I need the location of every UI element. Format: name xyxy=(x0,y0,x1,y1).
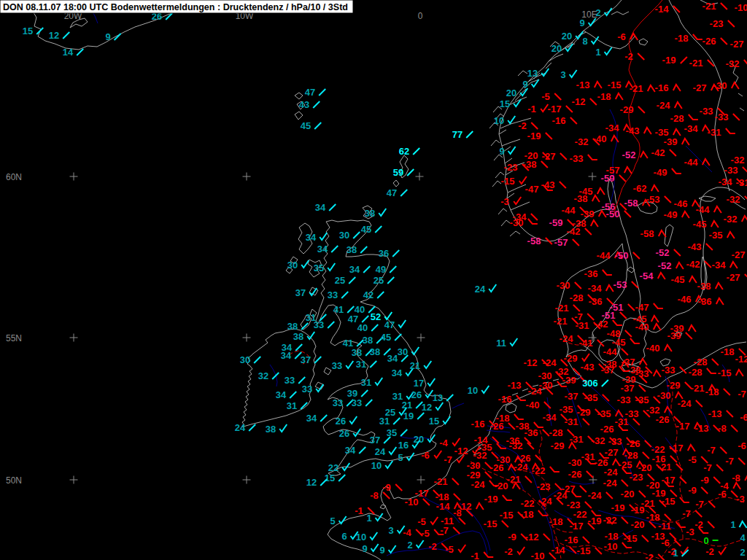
svg-text:-31: -31 xyxy=(576,320,589,331)
svg-text:10: 10 xyxy=(494,115,504,126)
svg-text:-29: -29 xyxy=(564,353,578,364)
svg-text:-18: -18 xyxy=(597,91,611,102)
svg-text:12: 12 xyxy=(49,30,59,41)
svg-text:-7: -7 xyxy=(440,525,449,536)
svg-text:-20: -20 xyxy=(631,519,645,530)
svg-text:8: 8 xyxy=(582,36,587,47)
svg-text:-27: -27 xyxy=(542,151,556,162)
svg-text:-3: -3 xyxy=(736,494,745,505)
svg-text:-31: -31 xyxy=(615,416,629,427)
svg-text:-23: -23 xyxy=(710,18,724,29)
svg-text:38: 38 xyxy=(365,208,375,219)
svg-text:34: 34 xyxy=(349,264,360,275)
svg-text:77: 77 xyxy=(452,129,462,140)
svg-text:-37: -37 xyxy=(601,365,615,376)
svg-text:0: 0 xyxy=(418,11,423,21)
svg-text:1: 1 xyxy=(673,548,678,559)
svg-text:-17: -17 xyxy=(676,421,690,432)
svg-text:-4: -4 xyxy=(439,438,448,448)
svg-text:-8: -8 xyxy=(370,490,379,501)
svg-text:-24: -24 xyxy=(603,478,618,489)
svg-text:-47: -47 xyxy=(635,302,649,313)
svg-text:-34: -34 xyxy=(719,176,733,187)
svg-text:-57: -57 xyxy=(554,237,568,248)
svg-text:-18: -18 xyxy=(549,516,563,527)
svg-text:-1: -1 xyxy=(471,551,479,560)
svg-text:38: 38 xyxy=(347,244,357,255)
svg-text:-28: -28 xyxy=(549,427,563,438)
svg-text:-62: -62 xyxy=(633,183,647,194)
svg-text:42: 42 xyxy=(363,289,374,300)
svg-text:-32: -32 xyxy=(727,194,740,205)
svg-text:-43: -43 xyxy=(541,179,555,190)
svg-text:20: 20 xyxy=(551,43,562,54)
svg-text:33: 33 xyxy=(314,319,324,330)
svg-text:45: 45 xyxy=(361,224,371,235)
svg-text:-18: -18 xyxy=(675,33,689,44)
svg-text:-38: -38 xyxy=(523,159,537,170)
svg-text:47: 47 xyxy=(387,187,397,198)
svg-text:-30: -30 xyxy=(713,80,727,91)
svg-text:-53: -53 xyxy=(614,279,627,290)
svg-text:-26: -26 xyxy=(703,36,716,47)
svg-text:-16: -16 xyxy=(471,419,485,429)
svg-text:-26: -26 xyxy=(627,438,640,449)
svg-text:12: 12 xyxy=(422,402,432,413)
svg-text:-5: -5 xyxy=(541,91,550,102)
svg-text:34: 34 xyxy=(281,350,292,361)
svg-text:-31: -31 xyxy=(736,177,747,188)
svg-text:-17: -17 xyxy=(548,104,562,114)
svg-text:-32: -32 xyxy=(724,214,738,225)
svg-text:-36: -36 xyxy=(698,296,712,307)
svg-text:55N: 55N xyxy=(6,333,22,343)
svg-text:-14: -14 xyxy=(436,501,451,512)
svg-text:-59: -59 xyxy=(601,173,615,184)
svg-text:33: 33 xyxy=(333,397,343,408)
svg-text:-43: -43 xyxy=(688,241,702,252)
svg-text:-21: -21 xyxy=(434,476,448,487)
svg-text:34: 34 xyxy=(276,389,287,400)
svg-text:-10: -10 xyxy=(405,497,419,508)
svg-text:-26: -26 xyxy=(490,421,504,432)
svg-text:33: 33 xyxy=(285,375,295,386)
svg-text:-13: -13 xyxy=(576,79,590,90)
svg-text:-24: -24 xyxy=(604,467,619,478)
svg-text:59: 59 xyxy=(393,167,403,178)
svg-text:-30: -30 xyxy=(557,280,570,291)
svg-text:24: 24 xyxy=(375,446,386,457)
svg-text:38: 38 xyxy=(363,335,373,346)
svg-text:-7: -7 xyxy=(703,462,712,473)
svg-text:-36: -36 xyxy=(589,296,603,307)
svg-text:20: 20 xyxy=(506,88,516,98)
svg-text:2: 2 xyxy=(407,540,412,551)
svg-text:-9: -9 xyxy=(382,482,391,493)
svg-text:24: 24 xyxy=(235,422,246,433)
svg-text:-47: -47 xyxy=(525,184,539,195)
svg-text:34: 34 xyxy=(315,202,326,213)
svg-text:-24: -24 xyxy=(560,333,574,344)
svg-text:25: 25 xyxy=(335,275,345,286)
svg-text:-5: -5 xyxy=(417,516,426,527)
svg-text:-2: -2 xyxy=(428,541,437,552)
svg-text:37: 37 xyxy=(370,435,380,446)
svg-text:-28: -28 xyxy=(570,292,584,303)
svg-text:-23: -23 xyxy=(537,481,551,492)
svg-text:-15: -15 xyxy=(577,545,591,556)
svg-text:-28: -28 xyxy=(689,367,703,378)
svg-text:-46: -46 xyxy=(678,294,692,305)
svg-text:-40: -40 xyxy=(593,133,607,144)
svg-text:11: 11 xyxy=(496,338,506,349)
svg-text:-18: -18 xyxy=(721,346,735,357)
svg-text:10: 10 xyxy=(356,532,366,542)
svg-text:-18: -18 xyxy=(520,509,534,520)
svg-text:37: 37 xyxy=(301,354,311,365)
svg-text:34: 34 xyxy=(387,353,398,364)
svg-text:-21: -21 xyxy=(689,58,703,69)
svg-text:-13: -13 xyxy=(508,380,522,391)
svg-text:-23: -23 xyxy=(504,162,518,173)
svg-text:-21: -21 xyxy=(630,83,643,94)
svg-text:15: 15 xyxy=(23,26,33,36)
svg-text:-21: -21 xyxy=(658,462,672,472)
svg-text:-36: -36 xyxy=(584,268,598,279)
svg-text:-43: -43 xyxy=(581,362,595,373)
